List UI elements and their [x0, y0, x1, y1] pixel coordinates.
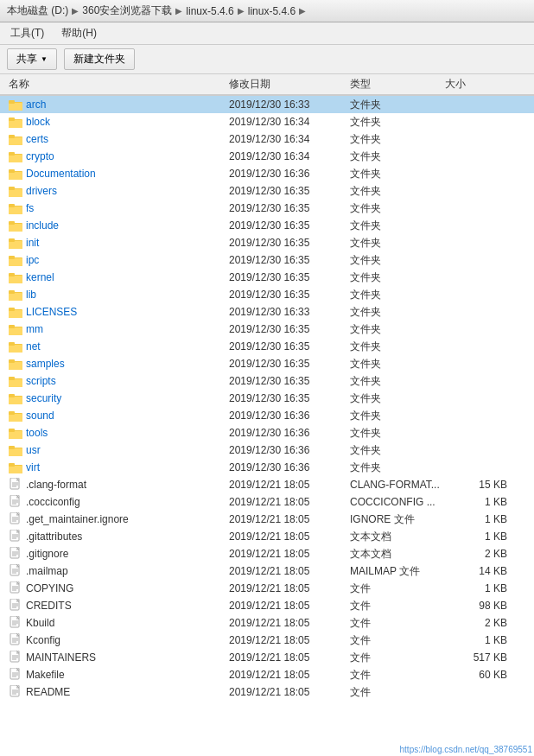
file-name-text: .gitattributes [26, 530, 82, 543]
file-row[interactable]: scripts2019/12/30 16:35文件夹 [0, 372, 534, 390]
file-row[interactable]: LICENSES2019/12/30 16:33文件夹 [0, 303, 534, 321]
file-row[interactable]: Kbuild2019/12/21 18:05文件2 KB [0, 614, 534, 632]
file-type: 文件 [350, 685, 445, 700]
file-name-text: LICENSES [26, 306, 77, 318]
file-row[interactable]: README2019/12/21 18:05文件 [0, 683, 534, 701]
file-row[interactable]: mm2019/12/30 16:35文件夹 [0, 321, 534, 338]
file-row[interactable]: crypto2019/12/30 16:34文件夹 [0, 148, 534, 165]
file-row[interactable]: Makefile2019/12/21 18:05文件60 KB [0, 666, 534, 683]
svg-rect-56 [9, 411, 15, 415]
file-row[interactable]: CREDITS2019/12/21 18:05文件98 KB [0, 597, 534, 614]
folder-icon [9, 168, 22, 180]
svg-rect-4 [9, 120, 22, 128]
svg-rect-31 [9, 276, 22, 283]
folder-icon [9, 117, 22, 128]
file-row[interactable]: samples2019/12/30 16:35文件夹 [0, 355, 534, 372]
file-row[interactable]: kernel2019/12/30 16:35文件夹 [0, 269, 534, 286]
file-name-text: Makefile [26, 669, 65, 681]
file-row[interactable]: .cocciconfig2019/12/21 18:05COCCICONFIG … [0, 493, 534, 511]
file-row[interactable]: include2019/12/30 16:35文件夹 [0, 217, 534, 234]
file-row[interactable]: .clang-format2019/12/21 18:05CLANG-FORMA… [0, 476, 534, 493]
file-name: .mailmap [0, 564, 229, 578]
file-row[interactable]: MAINTAINERS2019/12/21 18:05文件517 KB [0, 649, 534, 666]
file-name: .gitignore [0, 547, 229, 561]
file-row[interactable]: .get_maintainer.ignore2019/12/21 18:05IG… [0, 511, 534, 528]
share-label: 共享 [16, 52, 37, 67]
file-row[interactable]: COPYING2019/12/21 18:05文件1 KB [0, 580, 534, 597]
file-row[interactable]: net2019/12/30 16:35文件夹 [0, 338, 534, 355]
file-name: .clang-format [0, 478, 229, 492]
file-row[interactable]: init2019/12/30 16:35文件夹 [0, 234, 534, 251]
file-name-text: README [26, 686, 70, 698]
toolbar: 共享 ▼ 新建文件夹 [0, 45, 534, 74]
file-row[interactable]: block2019/12/30 16:34文件夹 [0, 113, 534, 130]
file-row[interactable]: .mailmap2019/12/21 18:05MAILMAP 文件14 KB [0, 562, 534, 580]
file-name: kernel [0, 271, 229, 283]
file-row[interactable]: certs2019/12/30 16:34文件夹 [0, 130, 534, 148]
path-part-3: linux-5.4.6 [248, 5, 296, 17]
svg-rect-44 [9, 342, 15, 346]
file-name-text: .clang-format [26, 479, 86, 491]
file-date: 2019/12/30 16:35 [229, 289, 350, 301]
svg-rect-32 [9, 273, 15, 276]
file-name: certs [0, 133, 229, 145]
file-name: include [0, 219, 229, 232]
file-date: 2019/12/21 18:05 [229, 617, 350, 629]
file-size: 1 KB [445, 496, 514, 508]
file-type: 文件夹 [350, 391, 445, 406]
file-type: 文件 [350, 668, 445, 683]
file-row[interactable]: Kconfig2019/12/21 18:05文件1 KB [0, 632, 534, 649]
svg-rect-8 [9, 135, 15, 138]
file-name-text: certs [26, 133, 48, 145]
file-type: 文件夹 [350, 357, 445, 372]
menu-tools[interactable]: 工具(T) [7, 24, 48, 42]
file-row[interactable]: ipc2019/12/30 16:35文件夹 [0, 251, 534, 269]
col-header-size[interactable]: 大小 [445, 77, 514, 92]
file-row[interactable]: .gitignore2019/12/21 18:05文本文档2 KB [0, 545, 534, 562]
file-row[interactable]: sound2019/12/30 16:36文件夹 [0, 407, 534, 424]
file-row[interactable]: .gitattributes2019/12/21 18:05文本文档1 KB [0, 528, 534, 545]
file-row[interactable]: tools2019/12/30 16:36文件夹 [0, 424, 534, 442]
file-name-text: scripts [26, 375, 56, 387]
file-name-text: COPYING [26, 582, 73, 594]
file-type: 文件夹 [350, 288, 445, 302]
file-row[interactable]: lib2019/12/30 16:35文件夹 [0, 286, 534, 303]
file-name-text: crypto [26, 150, 54, 162]
file-date: 2019/12/30 16:35 [229, 254, 350, 266]
svg-rect-52 [9, 397, 22, 404]
file-name-text: include [26, 219, 59, 232]
file-row[interactable]: Documentation2019/12/30 16:36文件夹 [0, 165, 534, 182]
col-header-name[interactable]: 名称 [0, 77, 229, 92]
folder-icon [9, 272, 22, 283]
file-name: .get_maintainer.ignore [0, 512, 229, 526]
file-row[interactable]: virt2019/12/30 16:36文件夹 [0, 459, 534, 476]
file-name-text: init [26, 237, 39, 249]
arrow-3: ▶ [299, 6, 306, 16]
file-name-text: arch [26, 98, 46, 111]
file-row[interactable]: fs2019/12/30 16:35文件夹 [0, 200, 534, 217]
file-date: 2019/12/30 16:33 [229, 98, 350, 111]
file-row[interactable]: drivers2019/12/30 16:35文件夹 [0, 182, 534, 200]
svg-rect-29 [9, 256, 15, 259]
new-folder-button[interactable]: 新建文件夹 [64, 48, 135, 70]
svg-rect-22 [9, 224, 22, 232]
file-row[interactable]: security2019/12/30 16:35文件夹 [0, 390, 534, 407]
file-name: README [0, 685, 229, 699]
share-button[interactable]: 共享 ▼ [7, 48, 57, 70]
file-date: 2019/12/30 16:36 [229, 461, 350, 473]
file-size: 2 KB [445, 617, 514, 629]
file-row[interactable]: arch2019/12/30 16:33文件夹 [0, 96, 534, 113]
file-date: 2019/12/21 18:05 [229, 496, 350, 508]
svg-rect-38 [9, 308, 15, 311]
file-type: 文件夹 [350, 253, 445, 268]
svg-rect-26 [9, 238, 15, 242]
folder-icon [9, 376, 22, 387]
file-row[interactable]: usr2019/12/30 16:36文件夹 [0, 442, 534, 459]
folder-icon [9, 307, 22, 318]
col-header-type[interactable]: 类型 [350, 77, 445, 92]
file-type: IGNORE 文件 [350, 512, 445, 527]
col-header-date[interactable]: 修改日期 [229, 77, 350, 92]
folder-icon [9, 238, 22, 249]
menu-help[interactable]: 帮助(H) [58, 24, 100, 42]
folder-icon [9, 134, 22, 145]
